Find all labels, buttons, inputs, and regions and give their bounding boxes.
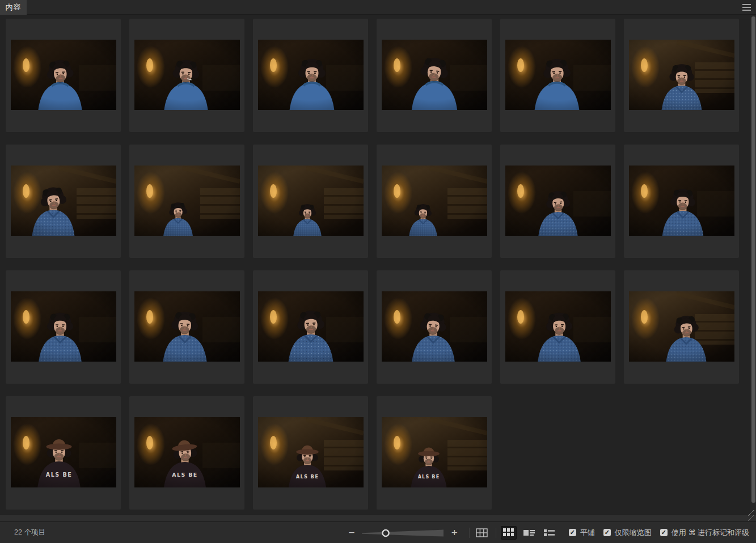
photo-thumbnail[interactable] [11, 40, 116, 110]
checkbox-thumbnails-only-box[interactable]: ✓ [603, 529, 611, 536]
checkbox-tile-box[interactable]: ✓ [569, 529, 576, 536]
photo-thumbnail[interactable] [11, 166, 116, 236]
photo-thumbnail[interactable] [382, 40, 487, 110]
photo-thumbnail[interactable] [258, 166, 364, 236]
thumbnail-view-icon [503, 528, 514, 537]
thumbnail-cell[interactable] [253, 270, 368, 384]
thumbnail-cell[interactable]: ALS BE [377, 396, 492, 510]
photo-thumbnail[interactable]: ALS BE [134, 417, 240, 487]
photo-thumbnail[interactable] [505, 291, 611, 362]
zoom-out-button[interactable]: − [349, 529, 355, 537]
status-bar: 22 个项目 − + [0, 522, 756, 543]
details-view-button[interactable] [521, 526, 537, 540]
panel-tab-bar: 内容 [0, 0, 756, 15]
thumbnail-cell[interactable] [500, 19, 615, 132]
horizontal-scrollbar[interactable] [0, 515, 756, 522]
thumbnail-cell[interactable] [6, 270, 121, 384]
thumbnail-grid: ALS BE [0, 15, 742, 510]
tab-content[interactable]: 内容 [0, 0, 27, 15]
photo-thumbnail[interactable]: ALS BE [258, 417, 364, 487]
item-count: 22 个项目 [14, 528, 45, 537]
photo-thumbnail[interactable] [258, 40, 364, 110]
photo-thumbnail[interactable] [134, 166, 240, 236]
photo-thumbnail[interactable]: ALS BE [382, 417, 487, 487]
resize-grip-icon[interactable] [747, 510, 755, 521]
grid-lock-icon [476, 528, 488, 537]
thumbnail-cell[interactable] [129, 145, 244, 258]
thumbnail-cell[interactable]: ALS BE [129, 396, 244, 510]
vertical-scrollbar[interactable] [750, 15, 756, 515]
thumbnail-cell[interactable]: ALS BE [6, 396, 121, 510]
thumbnail-cell[interactable] [624, 19, 739, 132]
thumbnail-cell[interactable] [624, 145, 739, 258]
bridge-content-panel: 内容 [0, 0, 756, 543]
thumbnail-cell[interactable] [500, 145, 615, 258]
thumbnail-cell[interactable] [129, 270, 244, 384]
thumbnail-cell[interactable] [253, 19, 368, 132]
thumbnail-cell[interactable] [6, 19, 121, 132]
photo-thumbnail[interactable] [505, 166, 611, 236]
thumbnail-cell[interactable] [377, 145, 492, 258]
photo-thumbnail[interactable] [382, 166, 487, 236]
checkbox-cmd-rating-label: 使用 ⌘ 进行标记和评级 [671, 528, 749, 538]
photo-thumbnail[interactable] [629, 40, 734, 110]
photo-thumbnail[interactable] [11, 291, 116, 362]
thumbnail-size-slider[interactable] [360, 527, 446, 539]
zoom-in-button[interactable]: + [451, 529, 458, 537]
thumbnail-cell[interactable] [253, 145, 368, 258]
checkbox-thumbnails-only-label: 仅限缩览图 [615, 528, 652, 538]
thumbnail-cell[interactable] [624, 270, 739, 384]
photo-thumbnail[interactable] [629, 166, 734, 236]
thumbnail-cell[interactable] [6, 145, 121, 258]
panel-menu-icon[interactable] [742, 3, 751, 11]
list-view-button[interactable] [542, 526, 558, 540]
checkbox-tile[interactable]: ✓ 平铺 [569, 528, 595, 538]
list-view-icon [544, 529, 555, 537]
thumbnail-view-button[interactable] [501, 526, 517, 540]
thumbnail-cell[interactable]: ALS BE [253, 396, 368, 510]
tab-content-label: 内容 [6, 2, 22, 12]
thumbnail-cell[interactable] [377, 19, 492, 132]
checkbox-thumbnails-only[interactable]: ✓ 仅限缩览图 [603, 528, 652, 538]
checkbox-tile-label: 平铺 [580, 528, 595, 538]
thumbnail-cell[interactable] [377, 270, 492, 384]
checkbox-cmd-rating-box[interactable]: ✓ [660, 529, 668, 536]
status-toolbar: − + [349, 526, 756, 540]
photo-thumbnail[interactable] [505, 40, 611, 110]
details-view-icon [523, 529, 535, 537]
thumbnail-cell[interactable] [500, 270, 615, 384]
vertical-scrollbar-thumb[interactable] [751, 16, 755, 503]
slider-knob [382, 529, 388, 536]
photo-thumbnail[interactable] [629, 291, 734, 362]
grid-lock-view-button[interactable] [474, 526, 490, 540]
photo-thumbnail[interactable] [134, 40, 240, 110]
checkbox-cmd-rating[interactable]: ✓ 使用 ⌘ 进行标记和评级 [660, 528, 749, 538]
photo-thumbnail[interactable] [382, 291, 487, 362]
photo-thumbnail[interactable] [134, 291, 240, 362]
thumbnail-cell[interactable] [129, 19, 244, 132]
photo-thumbnail[interactable]: ALS BE [11, 417, 116, 487]
content-area: ALS BE [0, 15, 756, 515]
photo-thumbnail[interactable] [258, 291, 364, 362]
